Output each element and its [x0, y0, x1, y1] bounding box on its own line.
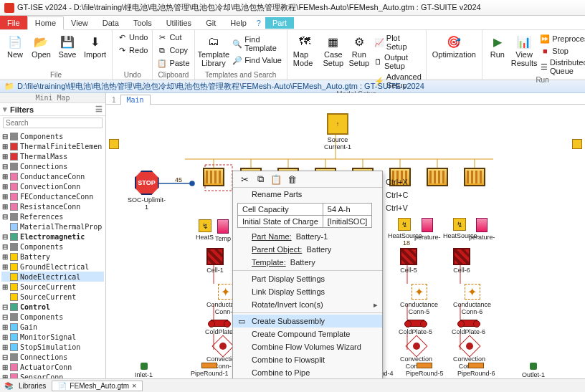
block-temperature[interactable]: perature- [414, 218, 441, 241]
ctx-template[interactable]: Template: Battery [233, 256, 382, 269]
tab-tools[interactable]: Tools [126, 17, 159, 29]
ctx-part-name[interactable]: Part Name: Battery-1 [233, 230, 382, 243]
search-box[interactable] [3, 118, 103, 128]
template-tree[interactable]: ⊟Components⊞ThermalFiniteElemen⊞ThermalM… [0, 130, 105, 378]
distributed-queue-button[interactable]: ☰Distributed Queue [538, 57, 585, 76]
tree-node[interactable]: ⊞ConductanceConn [1, 171, 104, 181]
ctx-combine-flow-wizard[interactable]: Combine Flow Volumes Wizard [233, 340, 382, 353]
ctx-paste-icon[interactable]: 📋 [270, 173, 282, 185]
map-mode-button[interactable]: 🗺Map Mode [290, 32, 320, 69]
fit-marker[interactable] [109, 139, 119, 149]
cut-button[interactable]: ✂Cut [156, 32, 183, 43]
tree-node[interactable]: ⊞ResistanceConn [1, 201, 104, 211]
ctx-combine-pipe[interactable]: Combine to Pipe [233, 366, 382, 378]
file-menu[interactable]: File [0, 16, 27, 29]
undo-button[interactable]: ↶Undo [115, 32, 149, 43]
run-button[interactable]: ▶Run [485, 32, 510, 60]
paste-button[interactable]: 📋Paste [156, 57, 191, 69]
ctx-rename-parts[interactable]: Rename Parts [233, 188, 382, 201]
filters-menu-icon[interactable]: ☰ [95, 105, 103, 114]
ctx-delete-icon[interactable]: 🗑 [286, 173, 298, 185]
tree-node[interactable]: ⊟Components [1, 242, 104, 252]
block-cell-6[interactable]: Cell-6 [453, 248, 470, 274]
block-coldplate-5[interactable]: ColdPlate-5 [399, 320, 432, 335]
output-setup-button[interactable]: 🗒Output Setup [373, 52, 423, 71]
block-cell-1[interactable]: Cell-1 [206, 248, 224, 274]
tree-node[interactable]: ⊟References [1, 211, 104, 221]
funnel-icon[interactable]: ▾ [3, 105, 7, 114]
block-inlet[interactable]: Inlet-1 [135, 363, 153, 378]
ctx-link-display[interactable]: Link Display Settings [233, 285, 382, 298]
tree-node[interactable]: ⊞ThermalFiniteElemen [1, 141, 104, 151]
block-source-current[interactable]: Source Current-1 [324, 113, 351, 150]
tree-node[interactable]: ⊞FEConductanceConn [1, 191, 104, 201]
libraries-icon[interactable]: 📚 [4, 382, 13, 390]
ctx-part-display[interactable]: Part Display Settings [233, 272, 382, 285]
tree-node[interactable]: ⊞Battery [1, 252, 104, 262]
find-template-button[interactable]: 🔍Find Template [231, 34, 284, 53]
block-temperature[interactable]: perature- [469, 218, 495, 241]
tab-part[interactable]: Part [265, 17, 294, 29]
ctx-parent-object[interactable]: Parent Object: Battery [233, 243, 382, 256]
tree-node[interactable]: ⊞SensorConn [1, 372, 104, 378]
tree-node[interactable]: ⊟Connections [1, 352, 104, 362]
ctx-combine-flowsplit[interactable]: Combine to Flowsplit [233, 353, 382, 366]
redo-button[interactable]: ↷Redo [115, 44, 149, 56]
model-canvas[interactable]: Source Current-1 STOPSOC-Uplimit- 1 45 ↯… [106, 105, 585, 378]
block-outlet[interactable]: Outlet-1 [522, 363, 545, 378]
close-doc-icon[interactable]: × [132, 382, 136, 390]
tree-node[interactable]: ⊟Components [1, 312, 104, 322]
document-tab[interactable]: 📄 FEMesh_Auto.gtm × [52, 381, 143, 391]
tree-node[interactable]: ⊞MonitorSignal [1, 332, 104, 342]
find-value-button[interactable]: 🔎Find Value [231, 54, 284, 66]
tree-node[interactable]: ⊟Components [1, 131, 104, 141]
tree-node[interactable]: MaterialThermalProp [1, 221, 104, 231]
open-button[interactable]: 📂Open [29, 32, 54, 60]
help-icon[interactable]: ? [257, 19, 261, 27]
tree-node[interactable]: ⊞Gain [1, 322, 104, 332]
stop-button[interactable]: ■Stop [538, 45, 585, 57]
tab-view[interactable]: View [64, 17, 95, 29]
tree-node[interactable]: ⊟Control [1, 302, 104, 312]
tree-node[interactable]: ⊞ThermalMass [1, 151, 104, 161]
tree-node[interactable]: ⊞GroundElectrical [1, 262, 104, 272]
preprocess-button[interactable]: ⏩Preprocess [538, 33, 585, 44]
tab-data[interactable]: Data [95, 17, 126, 29]
tree-node[interactable]: NodeElectrical [1, 272, 104, 282]
view-results-button[interactable]: 📊View Results [511, 32, 537, 69]
block-conductance-5[interactable]: Conductance Conn-5 [400, 284, 438, 315]
ctx-copy-icon[interactable]: ⧉ [255, 173, 266, 185]
tab-utilities[interactable]: Utilities [159, 17, 199, 29]
optimization-button[interactable]: 🎯Optimization [429, 32, 479, 60]
block-coldplate-1[interactable]: ColdPlate [205, 320, 233, 335]
ctx-create-compound[interactable]: Create Compound Template [233, 328, 382, 340]
tree-node[interactable]: SourceCurrent [1, 292, 104, 302]
block-pipe-5[interactable]: PipeRound-5 [406, 363, 444, 377]
new-button[interactable]: 📄New [3, 32, 27, 60]
block-heatsource[interactable]: ↯HeatS [196, 219, 214, 241]
block-battery[interactable] [427, 168, 448, 186]
block-conductance-6[interactable]: Conductance Conn-6 [453, 284, 491, 315]
libraries-label[interactable]: Libraries [19, 382, 46, 390]
ctx-create-subassembly[interactable]: ▭Create Subassembly [233, 315, 382, 328]
tree-node[interactable]: ⊞SourceCurrent [1, 282, 104, 292]
template-library-button[interactable]: 🗂Template Library [198, 32, 230, 69]
search-input[interactable] [3, 118, 103, 128]
case-setup-button[interactable]: ▦Case Setup [321, 32, 346, 69]
block-pipe-1[interactable]: PipeRound-1 [191, 363, 229, 377]
tree-node[interactable]: ⊞ConvectionConn [1, 181, 104, 191]
tab-home[interactable]: Home [27, 16, 64, 30]
tree-node[interactable]: ⊞StopSimulation [1, 342, 104, 352]
block-coldplate-6[interactable]: ColdPlate-6 [452, 320, 485, 335]
block-pipe-6[interactable]: PipeRound-6 [457, 363, 495, 377]
import-button[interactable]: ⬇Import [81, 32, 109, 60]
plot-setup-button[interactable]: 📈Plot Setup [373, 33, 423, 52]
save-button[interactable]: 💾Save [55, 32, 80, 60]
fit-marker[interactable] [572, 139, 582, 149]
block-battery-1[interactable] [203, 168, 224, 186]
tree-node[interactable]: ⊟Connections [1, 161, 104, 171]
block-temperature[interactable]: Temp [215, 219, 231, 242]
block-battery[interactable] [464, 168, 485, 186]
tab-git[interactable]: Git [199, 17, 223, 29]
run-setup-button[interactable]: ⚙Run Setup [347, 32, 371, 69]
